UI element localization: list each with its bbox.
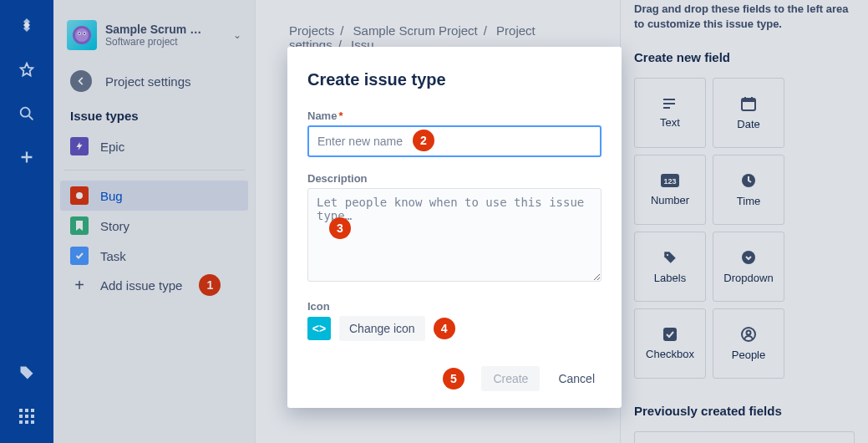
- cancel-button[interactable]: Cancel: [551, 366, 602, 391]
- dialog-title: Create issue type: [307, 70, 602, 89]
- create-issue-type-dialog: Create issue type Name* 2 Description 3 …: [287, 47, 622, 408]
- change-icon-button[interactable]: Change icon: [339, 316, 425, 341]
- issue-type-icon-preview: <>: [307, 317, 331, 340]
- name-input[interactable]: [307, 125, 602, 157]
- name-label: Name*: [307, 109, 602, 122]
- step-marker-3: 3: [329, 217, 351, 239]
- description-input[interactable]: [307, 188, 602, 282]
- create-button[interactable]: Create: [481, 366, 540, 391]
- step-marker-2: 2: [413, 130, 434, 151]
- step-marker-4: 4: [434, 318, 455, 339]
- icon-label: Icon: [307, 300, 602, 313]
- description-label: Description: [307, 172, 602, 185]
- step-marker-5: 5: [443, 368, 464, 390]
